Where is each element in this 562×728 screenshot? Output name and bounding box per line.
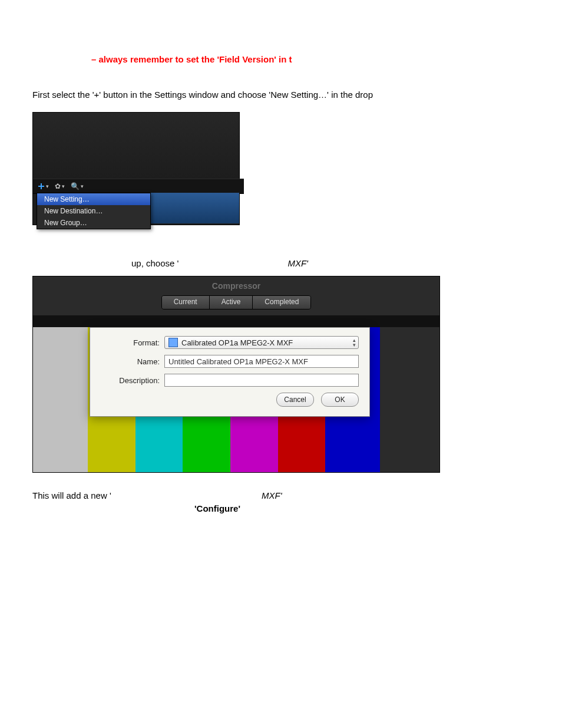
settings-window-screenshot: ▾ ✿▾ 🔍▾ New Setting… New Destination… Ne… bbox=[32, 112, 240, 225]
divider bbox=[33, 315, 439, 327]
plus-dropdown-menu: New Setting… New Destination… New Group… bbox=[37, 193, 151, 229]
plus-icon[interactable]: ▾ bbox=[38, 183, 49, 190]
description-field[interactable] bbox=[164, 374, 359, 387]
name-label: Name: bbox=[101, 357, 164, 366]
chevron-down-icon: ▾ bbox=[62, 183, 65, 189]
text-fragment-mxf: MXF' bbox=[287, 258, 308, 268]
chevron-down-icon: ▾ bbox=[81, 183, 84, 189]
instruction-step-1: First select the '+' button in the Setti… bbox=[32, 90, 373, 100]
name-field-value: Untitled Calibrated OP1a MPEG2-X MXF bbox=[168, 357, 308, 366]
description-label: Description: bbox=[101, 376, 164, 385]
cancel-button[interactable]: Cancel bbox=[276, 393, 314, 407]
settings-window-body bbox=[33, 113, 239, 179]
instruction-step-3: This will add a new ' bbox=[32, 490, 111, 500]
menu-item-new-group[interactable]: New Group… bbox=[37, 217, 150, 229]
format-icon bbox=[168, 338, 178, 347]
format-select-value: Calibrated OP1a MPEG2-X MXF bbox=[181, 338, 293, 347]
search-icon[interactable]: 🔍▾ bbox=[71, 182, 84, 190]
instruction-step-2: up, choose ' MXF' bbox=[32, 258, 439, 268]
tab-bar: Current Active Completed bbox=[33, 295, 439, 309]
format-select[interactable]: Calibrated OP1a MPEG2-X MXF ▴▾ bbox=[164, 336, 359, 349]
ok-button[interactable]: OK bbox=[321, 393, 359, 407]
new-setting-dialog: Format: Calibrated OP1a MPEG2-X MXF ▴▾ N… bbox=[90, 327, 370, 417]
color-bar bbox=[380, 327, 439, 472]
menu-item-new-destination[interactable]: New Destination… bbox=[37, 205, 150, 217]
name-field[interactable]: Untitled Calibrated OP1a MPEG2-X MXF bbox=[164, 355, 359, 368]
color-bar bbox=[33, 327, 88, 472]
window-title: Compressor bbox=[33, 281, 439, 291]
text-fragment: up, choose ' bbox=[131, 258, 178, 268]
compressor-window-screenshot: Compressor Current Active Completed Form… bbox=[32, 276, 440, 473]
warning-note: – always remember to set the 'Field Vers… bbox=[91, 54, 292, 64]
tab-completed[interactable]: Completed bbox=[253, 296, 310, 309]
menu-item-new-setting[interactable]: New Setting… bbox=[37, 193, 150, 205]
tab-current[interactable]: Current bbox=[162, 296, 210, 309]
format-label: Format: bbox=[101, 338, 164, 347]
gear-icon[interactable]: ✿▾ bbox=[55, 182, 65, 190]
chevron-down-icon: ▾ bbox=[46, 183, 49, 189]
text-fragment-mxf-2: MXF' bbox=[262, 490, 282, 500]
tab-active[interactable]: Active bbox=[210, 296, 253, 309]
stepper-arrows-icon: ▴▾ bbox=[353, 338, 356, 347]
configure-bold: 'Configure' bbox=[194, 503, 240, 513]
settings-toolbar: ▾ ✿▾ 🔍▾ bbox=[33, 179, 244, 194]
dock-strip bbox=[151, 193, 239, 223]
